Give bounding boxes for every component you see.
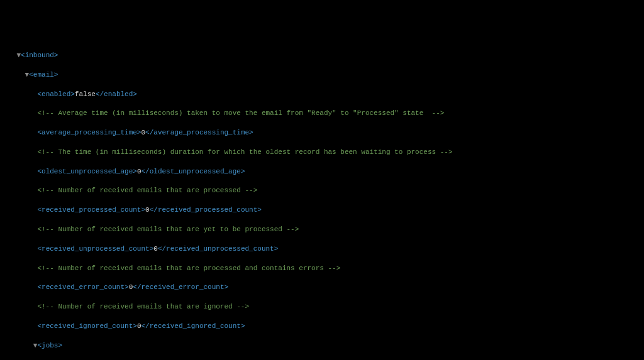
comment: <!-- The time (in milliseconds) duration… — [0, 148, 644, 157]
comment: <!-- Number of received emails that are … — [0, 225, 644, 234]
recv-err-line: <received_error_count>0</received_error_… — [0, 283, 644, 292]
oldest-unproc-line: <oldest_unprocessed_age>0</oldest_unproc… — [0, 167, 644, 177]
recv-ign-line: <received_ignored_count>0</received_igno… — [0, 322, 644, 331]
inbound-email-open[interactable]: ▼<email> — [0, 70, 644, 80]
comment: <!-- Number of received emails that are … — [0, 302, 644, 312]
comment: <!-- Average time (in milliseconds) take… — [0, 109, 644, 118]
inbound-open[interactable]: ▼<inbound> — [0, 51, 644, 60]
recv-unproc-line: <received_unprocessed_count>0</received_… — [0, 244, 644, 254]
enabled-line: <enabled>false</enabled> — [0, 90, 644, 99]
recv-proc-line: <received_processed_count>0</received_pr… — [0, 205, 644, 215]
avg-proc-line: <average_processing_time>0</average_proc… — [0, 128, 644, 138]
jobs-open[interactable]: ▼<jobs> — [0, 341, 644, 351]
xml-viewer: ▼<inbound> ▼<email> <enabled>false</enab… — [0, 39, 644, 360]
comment: <!-- Number of received emails that are … — [0, 264, 644, 273]
comment: <!-- Number of received emails that are … — [0, 186, 644, 195]
